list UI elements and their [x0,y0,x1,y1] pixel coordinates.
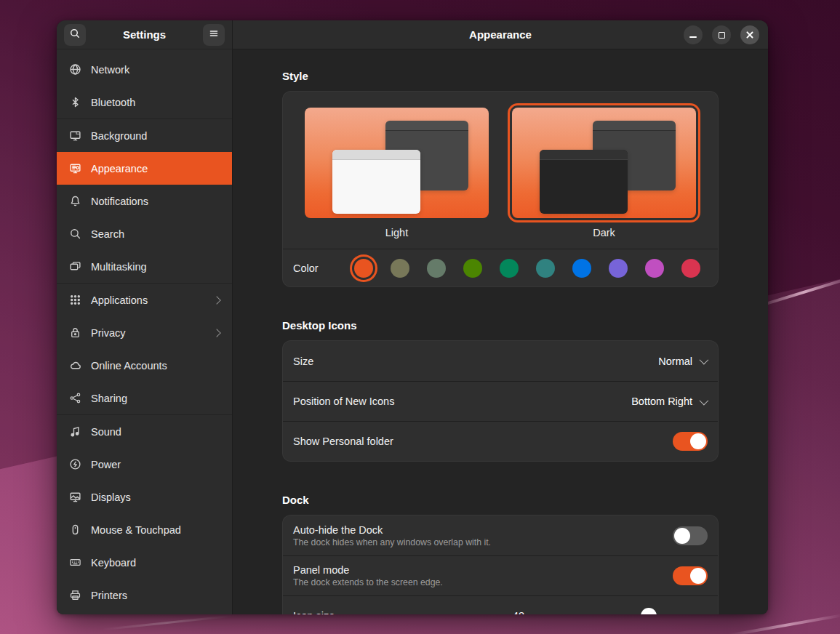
sidebar-item-network[interactable]: Network [57,53,232,86]
sidebar-item-keyboard[interactable]: Keyboard [57,546,232,579]
color-swatch-prussian-green[interactable] [536,259,555,278]
size-row[interactable]: Size Normal [283,341,718,381]
minimize-button[interactable] [684,25,703,44]
sidebar-item-appearance[interactable]: Appearance [57,152,232,185]
preview-front-window [332,150,420,214]
toggle-knob [690,433,706,449]
icon-size-label: Icon size [293,610,335,614]
display-monitor-icon [68,491,81,504]
close-button[interactable] [740,25,759,44]
color-swatch-magenta[interactable] [645,259,664,278]
printer-icon [68,589,81,602]
minimize-icon [689,36,697,38]
sidebar-item-label: Sharing [91,393,127,404]
chevron-down-icon [700,396,709,405]
sidebar-item-label: Network [91,64,129,76]
sidebar-item-printers[interactable]: Printers [57,579,232,611]
chevron-down-icon [700,356,709,365]
accent-color-swatches [354,259,700,278]
sidebar-header: Settings [57,20,232,49]
app-title: Settings [123,28,166,41]
color-swatch-sage[interactable] [427,259,446,278]
sidebar-item-label: Applications [91,294,148,306]
panel-mode-toggle[interactable] [673,566,708,585]
style-option-dark-label: Dark [512,227,696,238]
sidebar-item-mouse-touchpad[interactable]: Mouse & Touchpad [57,513,232,546]
auto-hide-dock-row: Auto-hide the Dock The dock hides when a… [283,515,718,555]
color-swatch-red[interactable] [681,259,700,278]
settings-window: Settings Network Bluetooth [57,20,768,614]
search-icon [69,28,81,41]
style-option-light[interactable] [305,108,489,218]
chevron-right-icon [212,296,220,304]
sidebar-item-label: Multitasking [91,261,147,273]
close-icon [745,31,754,39]
sidebar-item-online-accounts[interactable]: Online Accounts [57,349,232,382]
hamburger-icon [208,28,220,41]
sidebar-item-sharing[interactable]: Sharing [57,382,232,414]
color-swatch-viridian[interactable] [500,259,519,278]
mouse-icon [68,523,81,537]
sidebar-item-label: Search [91,228,124,240]
network-globe-icon [68,63,81,76]
show-personal-folder-row: Show Personal folder [283,421,718,461]
desktop-icons-section-heading: Desktop Icons [282,319,719,332]
music-note-icon [68,425,81,438]
position-label: Position of New Icons [293,396,394,407]
app-grid-icon [68,294,81,307]
sidebar-item-privacy[interactable]: Privacy [57,316,232,349]
style-option-dark[interactable] [512,108,696,218]
sidebar-item-search[interactable]: Search [57,217,232,250]
search-button[interactable] [64,24,86,46]
position-value: Bottom Right [631,396,692,407]
sidebar-item-label: Printers [91,590,127,601]
sidebar: Settings Network Bluetooth [57,20,233,614]
style-card: Light Dark Color [282,91,719,287]
maximize-icon [719,32,725,39]
position-of-new-icons-row[interactable]: Position of New Icons Bottom Right [283,381,718,421]
magnifier-icon [68,228,81,241]
auto-hide-dock-subtitle: The dock hides when any windows overlap … [293,537,491,547]
desktop-icons-card: Size Normal Position of New Icons Bottom… [282,340,719,462]
sidebar-item-sound[interactable]: Sound [57,415,232,448]
color-swatch-bark[interactable] [391,259,409,278]
sidebar-item-notifications[interactable]: Notifications [57,185,232,217]
color-swatch-purple[interactable] [609,259,628,278]
sidebar-item-power[interactable]: Power [57,448,232,481]
auto-hide-dock-toggle[interactable] [673,526,708,545]
panel-mode-subtitle: The dock extends to the screen edge. [293,577,443,587]
toggle-knob [674,528,690,544]
dock-card: Auto-hide the Dock The dock hides when a… [282,515,719,614]
color-swatch-blue[interactable] [572,259,591,278]
background-monitor-icon [68,129,81,143]
settings-scroll-area[interactable]: Style Li [233,49,768,614]
show-personal-folder-toggle[interactable] [673,432,708,451]
window-controls [684,20,759,49]
appearance-monitor-icon [68,162,81,175]
sidebar-item-label: Keyboard [91,557,136,569]
sidebar-item-label: Appearance [91,163,148,174]
sidebar-item-applications[interactable]: Applications [57,284,232,316]
menu-button[interactable] [203,24,225,46]
padlock-icon [68,326,81,340]
color-swatch-olive[interactable] [463,259,482,278]
sidebar-item-label: Notifications [91,196,148,207]
sidebar-item-background[interactable]: Background [57,119,232,152]
sidebar-item-bluetooth[interactable]: Bluetooth [57,86,232,119]
sidebar-item-label: Mouse & Touchpad [91,524,181,536]
sidebar-item-label: Online Accounts [91,360,167,372]
cloud-icon [68,359,81,372]
overlapping-windows-icon [68,260,81,273]
color-swatch-orange[interactable] [354,259,373,278]
style-option-labels: Light Dark [283,227,718,249]
slider-knob[interactable] [641,608,657,614]
share-nodes-icon [68,392,81,405]
show-personal-folder-label: Show Personal folder [293,436,393,447]
sidebar-item-displays[interactable]: Displays [57,481,232,513]
sidebar-item-label: Sound [91,426,121,438]
sidebar-item-multitasking[interactable]: Multitasking [57,250,232,283]
color-label: Color [293,262,319,274]
dock-section-heading: Dock [282,494,719,507]
maximize-button[interactable] [712,25,731,44]
page-title: Appearance [469,28,532,41]
